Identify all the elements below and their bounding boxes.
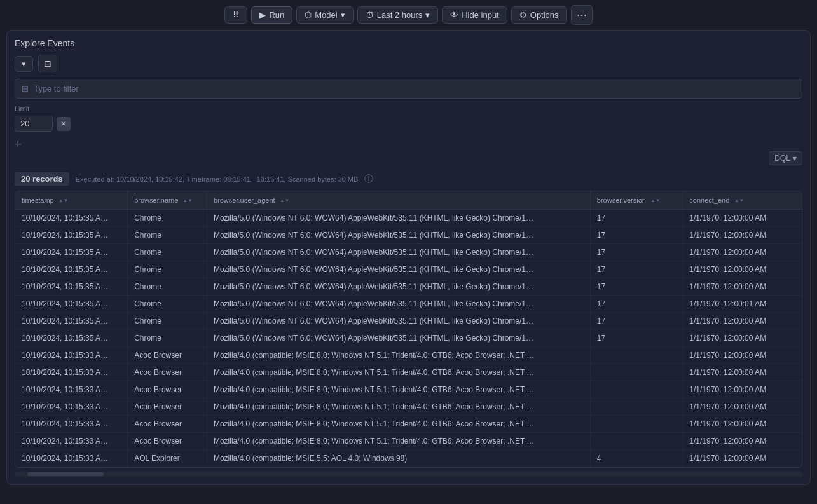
col-label-browser-name: browser.name: [134, 196, 178, 204]
table-cell: 1/1/1970, 12:00:00 AM: [683, 210, 802, 227]
table-row[interactable]: 10/10/2024, 10:15:33 A…Acoo BrowserMozil…: [15, 416, 802, 433]
run-label: Run: [269, 10, 284, 20]
table-cell: Mozilla/5.0 (Windows NT 6.0; WOW64) Appl…: [207, 227, 590, 244]
table-cell: 1/1/1970, 12:00:00 AM: [683, 450, 802, 467]
dql-button[interactable]: DQL ▾: [769, 151, 802, 165]
table-row[interactable]: 10/10/2024, 10:15:33 A…Acoo BrowserMozil…: [15, 398, 802, 416]
table-cell: Mozilla/4.0 (compatible; MSIE 5.5; AOL 4…: [207, 450, 590, 467]
sliders-icon: ⚙: [519, 10, 527, 20]
table-cell: Mozilla/5.0 (Windows NT 6.0; WOW64) Appl…: [207, 210, 590, 227]
more-button[interactable]: ⋯: [571, 5, 593, 25]
filter-toggle-button[interactable]: ⊟: [38, 55, 57, 72]
col-header-timestamp[interactable]: timestamp ▲▼: [15, 191, 128, 210]
filter-input[interactable]: [34, 79, 795, 98]
panel-title: Explore Events: [15, 38, 802, 48]
table-cell: Acoo Browser: [128, 347, 207, 364]
add-filter-button[interactable]: +: [15, 138, 802, 151]
table-cell: 10/10/2024, 10:15:35 A…: [15, 227, 128, 244]
table-cell: 17: [590, 313, 683, 330]
chevron-down-icon: ▾: [425, 10, 430, 20]
limit-row: ✕: [15, 116, 802, 132]
table-row[interactable]: 10/10/2024, 10:15:35 A…ChromeMozilla/5.0…: [15, 278, 802, 296]
table-cell: [590, 398, 683, 416]
table-cell: Mozilla/5.0 (Windows NT 6.0; WOW64) Appl…: [207, 313, 590, 330]
table-cell: 17: [590, 278, 683, 296]
table-cell: Mozilla/4.0 (compatible; MSIE 8.0; Windo…: [207, 398, 590, 416]
table-cell: Chrome: [128, 313, 207, 330]
sort-icon-browser-version: ▲▼: [650, 198, 661, 203]
table-cell: 1/1/1970, 12:00:00 AM: [683, 398, 802, 416]
table-cell: 17: [590, 330, 683, 347]
col-header-browser-user-agent[interactable]: browser.user_agent ▲▼: [207, 191, 590, 210]
table-cell: Mozilla/5.0 (Windows NT 6.0; WOW64) Appl…: [207, 278, 590, 296]
horizontal-scrollbar[interactable]: [15, 472, 802, 477]
records-count: 20 records: [15, 172, 69, 186]
table-cell: 1/1/1970, 12:00:00 AM: [683, 381, 802, 398]
limit-label: Limit: [15, 105, 802, 112]
table-cell: 10/10/2024, 10:15:33 A…: [15, 450, 128, 467]
table-cell: 1/1/1970, 12:00:01 AM: [683, 296, 802, 313]
table-cell: 1/1/1970, 12:00:00 AM: [683, 244, 802, 261]
table-cell: AOL Explorer: [128, 450, 207, 467]
table-row[interactable]: 10/10/2024, 10:15:33 A…AOL ExplorerMozil…: [15, 450, 802, 467]
table-row[interactable]: 10/10/2024, 10:15:33 A…Acoo BrowserMozil…: [15, 381, 802, 398]
table-cell: 1/1/1970, 12:00:00 AM: [683, 416, 802, 433]
table-body: 10/10/2024, 10:15:35 A…ChromeMozilla/5.0…: [15, 210, 802, 467]
table-row[interactable]: 10/10/2024, 10:15:33 A…Acoo BrowserMozil…: [15, 347, 802, 364]
records-bar: 20 records Executed at: 10/10/2024, 10:1…: [15, 169, 802, 191]
filter-dropdown-button[interactable]: ▾: [15, 56, 33, 72]
table-cell: Acoo Browser: [128, 364, 207, 381]
table-cell: Mozilla/4.0 (compatible; MSIE 8.0; Windo…: [207, 381, 590, 398]
sort-icon-timestamp: ▲▼: [58, 198, 69, 203]
table-cell: [590, 381, 683, 398]
col-header-browser-name[interactable]: browser.name ▲▼: [128, 191, 207, 210]
table-cell: Mozilla/5.0 (Windows NT 6.0; WOW64) Appl…: [207, 244, 590, 261]
run-button[interactable]: ▶ Run: [251, 6, 292, 24]
table-row[interactable]: 10/10/2024, 10:15:35 A…ChromeMozilla/5.0…: [15, 261, 802, 278]
table-row[interactable]: 10/10/2024, 10:15:35 A…ChromeMozilla/5.0…: [15, 330, 802, 347]
limit-input[interactable]: [15, 116, 53, 132]
eye-icon: 👁: [450, 10, 458, 20]
scrollbar-thumb[interactable]: [27, 472, 104, 476]
drag-handle-btn[interactable]: ⠿: [224, 6, 247, 24]
info-icon[interactable]: ⓘ: [364, 174, 373, 185]
limit-clear-button[interactable]: ✕: [57, 117, 71, 131]
table-row[interactable]: 10/10/2024, 10:15:35 A…ChromeMozilla/5.0…: [15, 296, 802, 313]
table-cell: Mozilla/4.0 (compatible; MSIE 8.0; Windo…: [207, 416, 590, 433]
table-row[interactable]: 10/10/2024, 10:15:35 A…ChromeMozilla/5.0…: [15, 313, 802, 330]
timeframe-button[interactable]: ⏱ Last 2 hours ▾: [357, 6, 439, 24]
table-cell: Chrome: [128, 296, 207, 313]
sort-icon-browser-ua: ▲▼: [280, 198, 290, 203]
more-icon: ⋯: [577, 10, 587, 20]
table-row[interactable]: 10/10/2024, 10:15:33 A…Acoo BrowserMozil…: [15, 433, 802, 450]
hide-input-button[interactable]: 👁 Hide input: [442, 6, 507, 24]
table-cell: 4: [590, 450, 683, 467]
table-cell: Mozilla/5.0 (Windows NT 6.0; WOW64) Appl…: [207, 261, 590, 278]
col-header-connect-end[interactable]: connect_end ▲▼: [683, 191, 802, 210]
table-cell: 10/10/2024, 10:15:33 A…: [15, 398, 128, 416]
model-label: Model: [315, 10, 337, 20]
chevron-down-icon: ▾: [341, 10, 345, 20]
table-cell: 1/1/1970, 12:00:00 AM: [683, 330, 802, 347]
options-button[interactable]: ⚙ Options: [511, 6, 567, 24]
table-cell: 1/1/1970, 12:00:00 AM: [683, 364, 802, 381]
table-header: timestamp ▲▼ browser.name ▲▼ browser.use…: [15, 191, 802, 210]
table-cell: [590, 347, 683, 364]
play-icon: ▶: [259, 10, 266, 20]
model-button[interactable]: ⬡ Model ▾: [296, 6, 353, 24]
table-cell: Chrome: [128, 278, 207, 296]
table-cell: Mozilla/4.0 (compatible; MSIE 8.0; Windo…: [207, 433, 590, 450]
table-cell: 17: [590, 261, 683, 278]
table-row[interactable]: 10/10/2024, 10:15:35 A…ChromeMozilla/5.0…: [15, 244, 802, 261]
table-cell: Chrome: [128, 244, 207, 261]
table-cell: 10/10/2024, 10:15:35 A…: [15, 313, 128, 330]
filter-row: ▾ ⊟: [15, 55, 802, 72]
table-row[interactable]: 10/10/2024, 10:15:33 A…Acoo BrowserMozil…: [15, 364, 802, 381]
table-cell: Chrome: [128, 210, 207, 227]
table-row[interactable]: 10/10/2024, 10:15:35 A…ChromeMozilla/5.0…: [15, 227, 802, 244]
table-row[interactable]: 10/10/2024, 10:15:35 A…ChromeMozilla/5.0…: [15, 210, 802, 227]
table-cell: 1/1/1970, 12:00:00 AM: [683, 227, 802, 244]
table-wrapper[interactable]: timestamp ▲▼ browser.name ▲▼ browser.use…: [15, 191, 802, 467]
chevron-down-icon: ▾: [793, 154, 797, 163]
col-header-browser-version[interactable]: browser.version ▲▼: [590, 191, 683, 210]
